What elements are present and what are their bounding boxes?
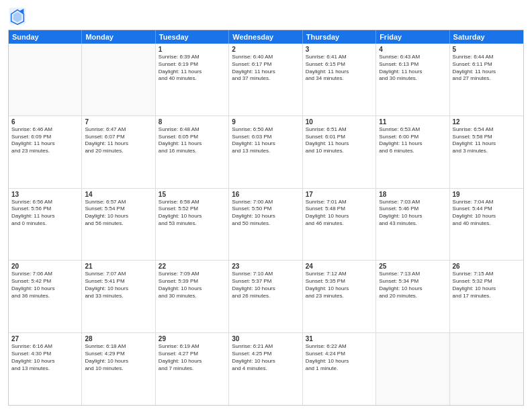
day-cell-21: 21Sunrise: 7:07 AMSunset: 5:41 PMDayligh…	[82, 261, 155, 332]
day-number: 9	[232, 118, 299, 126]
day-number: 1	[159, 46, 226, 53]
day-cell-5: 5Sunrise: 6:44 AMSunset: 6:11 PMDaylight…	[450, 44, 523, 116]
day-info: Sunrise: 6:43 AMSunset: 6:13 PMDaylight:…	[379, 54, 446, 83]
day-cell-10: 10Sunrise: 6:51 AMSunset: 6:01 PMDayligh…	[303, 116, 376, 188]
day-info: Sunrise: 7:10 AMSunset: 5:37 PMDaylight:…	[232, 271, 299, 300]
day-number: 13	[11, 191, 79, 198]
day-cell-15: 15Sunrise: 6:58 AMSunset: 5:52 PMDayligh…	[156, 189, 229, 261]
header-day-sunday: Sunday	[9, 30, 82, 44]
day-cell-1: 1Sunrise: 6:39 AMSunset: 6:19 PMDaylight…	[156, 44, 229, 116]
day-cell-22: 22Sunrise: 7:09 AMSunset: 5:39 PMDayligh…	[156, 261, 229, 332]
day-number: 6	[11, 118, 79, 126]
day-number: 11	[379, 118, 446, 126]
day-info: Sunrise: 7:12 AMSunset: 5:35 PMDaylight:…	[306, 271, 373, 300]
calendar-row-4: 20Sunrise: 7:06 AMSunset: 5:42 PMDayligh…	[9, 261, 523, 333]
day-cell-12: 12Sunrise: 6:54 AMSunset: 5:58 PMDayligh…	[450, 116, 523, 188]
day-info: Sunrise: 6:53 AMSunset: 6:00 PMDaylight:…	[379, 126, 446, 155]
header-day-monday: Monday	[82, 30, 155, 44]
day-number: 7	[85, 118, 152, 126]
day-cell-26: 26Sunrise: 7:15 AMSunset: 5:32 PMDayligh…	[450, 261, 523, 332]
day-number: 3	[306, 46, 373, 53]
day-info: Sunrise: 6:21 AMSunset: 4:25 PMDaylight:…	[232, 343, 299, 372]
empty-cell	[9, 44, 82, 116]
day-info: Sunrise: 6:54 AMSunset: 5:58 PMDaylight:…	[453, 126, 521, 155]
header-day-tuesday: Tuesday	[156, 30, 229, 44]
empty-cell	[82, 44, 155, 116]
day-number: 20	[11, 263, 79, 270]
day-info: Sunrise: 7:15 AMSunset: 5:32 PMDaylight:…	[453, 271, 521, 300]
day-info: Sunrise: 6:41 AMSunset: 6:15 PMDaylight:…	[306, 54, 373, 83]
day-cell-17: 17Sunrise: 7:01 AMSunset: 5:48 PMDayligh…	[303, 189, 376, 261]
day-number: 26	[453, 263, 521, 270]
day-number: 2	[232, 46, 299, 53]
day-cell-31: 31Sunrise: 6:22 AMSunset: 4:24 PMDayligh…	[303, 333, 376, 405]
day-number: 31	[306, 335, 373, 342]
day-info: Sunrise: 6:50 AMSunset: 6:03 PMDaylight:…	[232, 126, 299, 155]
header	[8, 7, 524, 26]
day-cell-28: 28Sunrise: 6:18 AMSunset: 4:29 PMDayligh…	[82, 333, 155, 405]
day-info: Sunrise: 6:48 AMSunset: 6:05 PMDaylight:…	[159, 126, 226, 155]
day-info: Sunrise: 6:18 AMSunset: 4:29 PMDaylight:…	[85, 343, 152, 372]
day-info: Sunrise: 7:01 AMSunset: 5:48 PMDaylight:…	[306, 199, 373, 228]
day-number: 29	[159, 335, 226, 342]
day-number: 4	[379, 46, 446, 53]
day-cell-8: 8Sunrise: 6:48 AMSunset: 6:05 PMDaylight…	[156, 116, 229, 188]
logo-icon	[8, 7, 27, 26]
day-info: Sunrise: 7:13 AMSunset: 5:34 PMDaylight:…	[379, 271, 446, 300]
day-info: Sunrise: 6:46 AMSunset: 6:09 PMDaylight:…	[11, 126, 79, 155]
day-cell-19: 19Sunrise: 7:04 AMSunset: 5:44 PMDayligh…	[450, 189, 523, 261]
calendar-body: 1Sunrise: 6:39 AMSunset: 6:19 PMDaylight…	[9, 44, 523, 405]
header-day-wednesday: Wednesday	[229, 30, 302, 44]
day-number: 5	[453, 46, 521, 53]
day-info: Sunrise: 6:47 AMSunset: 6:07 PMDaylight:…	[85, 126, 152, 155]
day-cell-29: 29Sunrise: 6:19 AMSunset: 4:27 PMDayligh…	[156, 333, 229, 405]
day-info: Sunrise: 7:00 AMSunset: 5:50 PMDaylight:…	[232, 199, 299, 228]
day-cell-30: 30Sunrise: 6:21 AMSunset: 4:25 PMDayligh…	[229, 333, 302, 405]
day-info: Sunrise: 6:40 AMSunset: 6:17 PMDaylight:…	[232, 54, 299, 83]
day-cell-25: 25Sunrise: 7:13 AMSunset: 5:34 PMDayligh…	[376, 261, 449, 332]
day-cell-9: 9Sunrise: 6:50 AMSunset: 6:03 PMDaylight…	[229, 116, 302, 188]
day-cell-24: 24Sunrise: 7:12 AMSunset: 5:35 PMDayligh…	[303, 261, 376, 332]
day-number: 14	[85, 191, 152, 198]
day-cell-13: 13Sunrise: 6:56 AMSunset: 5:56 PMDayligh…	[9, 189, 82, 261]
day-number: 23	[232, 263, 299, 270]
empty-cell	[376, 333, 449, 405]
day-number: 27	[11, 335, 79, 342]
day-cell-3: 3Sunrise: 6:41 AMSunset: 6:15 PMDaylight…	[303, 44, 376, 116]
day-info: Sunrise: 7:09 AMSunset: 5:39 PMDaylight:…	[159, 271, 226, 300]
calendar-header: SundayMondayTuesdayWednesdayThursdayFrid…	[9, 30, 523, 44]
day-cell-20: 20Sunrise: 7:06 AMSunset: 5:42 PMDayligh…	[9, 261, 82, 332]
day-cell-23: 23Sunrise: 7:10 AMSunset: 5:37 PMDayligh…	[229, 261, 302, 332]
day-cell-27: 27Sunrise: 6:16 AMSunset: 4:30 PMDayligh…	[9, 333, 82, 405]
empty-cell	[450, 333, 523, 405]
calendar: SundayMondayTuesdayWednesdayThursdayFrid…	[8, 30, 524, 406]
calendar-row-2: 6Sunrise: 6:46 AMSunset: 6:09 PMDaylight…	[9, 116, 523, 189]
day-info: Sunrise: 7:07 AMSunset: 5:41 PMDaylight:…	[85, 271, 152, 300]
day-number: 10	[306, 118, 373, 126]
day-cell-16: 16Sunrise: 7:00 AMSunset: 5:50 PMDayligh…	[229, 189, 302, 261]
day-info: Sunrise: 6:19 AMSunset: 4:27 PMDaylight:…	[159, 343, 226, 372]
calendar-row-1: 1Sunrise: 6:39 AMSunset: 6:19 PMDaylight…	[9, 44, 523, 116]
day-number: 18	[379, 191, 446, 198]
day-info: Sunrise: 7:03 AMSunset: 5:46 PMDaylight:…	[379, 199, 446, 228]
day-info: Sunrise: 6:58 AMSunset: 5:52 PMDaylight:…	[159, 199, 226, 228]
day-info: Sunrise: 6:56 AMSunset: 5:56 PMDaylight:…	[11, 199, 79, 228]
day-info: Sunrise: 6:39 AMSunset: 6:19 PMDaylight:…	[159, 54, 226, 83]
page: SundayMondayTuesdayWednesdayThursdayFrid…	[0, 0, 532, 411]
day-cell-11: 11Sunrise: 6:53 AMSunset: 6:00 PMDayligh…	[376, 116, 449, 188]
calendar-row-5: 27Sunrise: 6:16 AMSunset: 4:30 PMDayligh…	[9, 333, 523, 405]
day-number: 22	[159, 263, 226, 270]
day-info: Sunrise: 6:57 AMSunset: 5:54 PMDaylight:…	[85, 199, 152, 228]
day-number: 16	[232, 191, 299, 198]
header-day-thursday: Thursday	[303, 30, 376, 44]
day-cell-4: 4Sunrise: 6:43 AMSunset: 6:13 PMDaylight…	[376, 44, 449, 116]
day-cell-6: 6Sunrise: 6:46 AMSunset: 6:09 PMDaylight…	[9, 116, 82, 188]
day-number: 24	[306, 263, 373, 270]
day-info: Sunrise: 6:22 AMSunset: 4:24 PMDaylight:…	[306, 343, 373, 372]
day-info: Sunrise: 7:04 AMSunset: 5:44 PMDaylight:…	[453, 199, 521, 228]
day-number: 12	[453, 118, 521, 126]
day-number: 30	[232, 335, 299, 342]
day-cell-7: 7Sunrise: 6:47 AMSunset: 6:07 PMDaylight…	[82, 116, 155, 188]
calendar-row-3: 13Sunrise: 6:56 AMSunset: 5:56 PMDayligh…	[9, 189, 523, 261]
day-number: 25	[379, 263, 446, 270]
